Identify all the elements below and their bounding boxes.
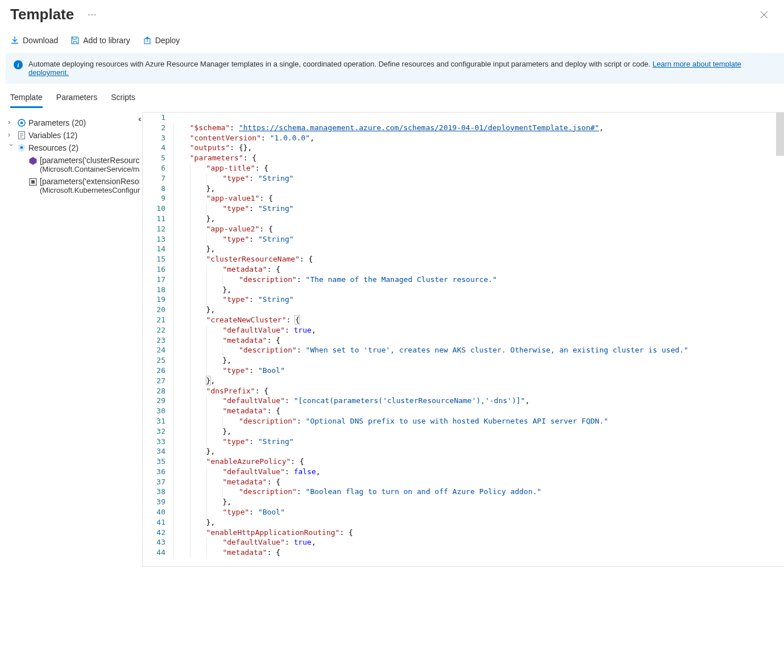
tree-node-parameters[interactable]: › Parameters (20)	[6, 117, 142, 129]
tree-label: Resources (2)	[28, 143, 78, 152]
code-editor[interactable]: 1234567891011121314151617181920212223242…	[142, 112, 784, 567]
line-gutter: 1234567891011121314151617181920212223242…	[143, 113, 173, 566]
page-title: Template	[10, 6, 74, 23]
resources-icon	[17, 143, 26, 152]
tree-leaf-line1: [parameters('extensionResourceNa	[40, 177, 140, 186]
tree-leaf-resource-1[interactable]: [parameters('clusterResourceName (Micros…	[6, 154, 142, 175]
deploy-label: Deploy	[155, 36, 180, 45]
info-icon: i	[14, 60, 23, 69]
tree-label: Variables (12)	[28, 131, 77, 140]
more-actions-button[interactable]: ···	[88, 10, 97, 20]
download-label: Download	[23, 36, 58, 45]
tab-parameters[interactable]: Parameters	[56, 93, 97, 108]
tab-scripts[interactable]: Scripts	[111, 93, 135, 108]
editor-scrollbar[interactable]	[776, 113, 784, 156]
add-to-library-button[interactable]: Add to library	[70, 36, 130, 45]
tree-label: Parameters (20)	[28, 118, 86, 127]
info-text: Automate deploying resources with Azure …	[28, 60, 653, 68]
download-button[interactable]: Download	[10, 36, 58, 45]
tree-leaf-line2: (Microsoft.KubernetesConfiguratio	[40, 186, 140, 194]
tree-node-resources[interactable]: › Resources (2)	[6, 142, 142, 154]
parameters-icon	[17, 118, 26, 127]
chevron-right-icon: ›	[8, 131, 15, 139]
tree-pane: ‹‹ › Parameters (20) › Variables (12) ›	[6, 112, 142, 567]
tree-node-variables[interactable]: › Variables (12)	[6, 129, 142, 142]
extension-icon	[28, 177, 38, 186]
chevron-down-icon: ›	[7, 144, 15, 151]
add-to-library-label: Add to library	[83, 36, 130, 45]
deploy-button[interactable]: Deploy	[143, 36, 180, 45]
close-button[interactable]	[756, 9, 773, 21]
svg-rect-3	[20, 147, 23, 149]
tree-leaf-resource-2[interactable]: [parameters('extensionResourceNa (Micros…	[6, 175, 142, 196]
save-icon	[70, 36, 80, 45]
svg-marker-4	[30, 157, 37, 165]
collapse-tree-button[interactable]: ‹‹	[138, 114, 140, 123]
cluster-icon	[28, 156, 38, 165]
info-banner: i Automate deploying resources with Azur…	[6, 53, 784, 84]
tree-leaf-line1: [parameters('clusterResourceName	[40, 156, 140, 165]
deploy-icon	[143, 36, 152, 45]
variables-icon	[17, 131, 26, 140]
svg-point-1	[20, 122, 23, 125]
code-area[interactable]: "$schema": "https://schema.management.az…	[173, 113, 784, 566]
download-icon	[10, 36, 19, 45]
chevron-right-icon: ›	[8, 118, 15, 126]
tree-leaf-line2: (Microsoft.ContainerService/mana	[40, 165, 140, 173]
tab-template[interactable]: Template	[10, 93, 43, 108]
svg-rect-6	[31, 180, 35, 184]
